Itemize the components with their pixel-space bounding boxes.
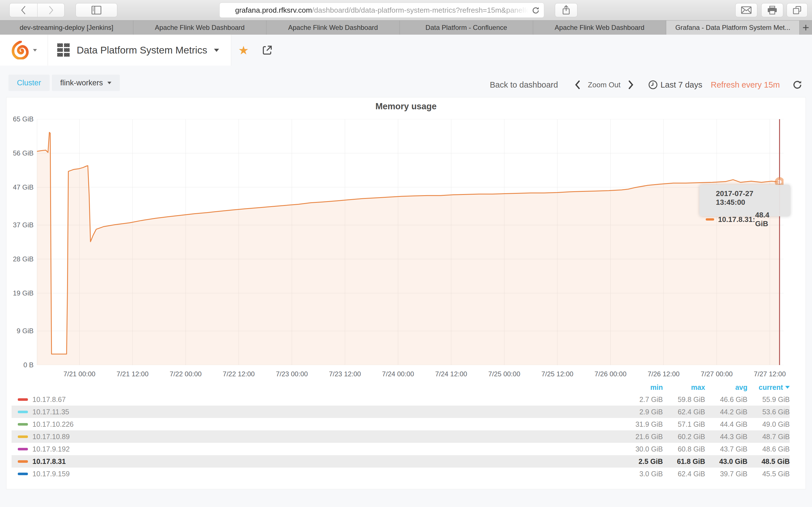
browser-tab[interactable]: dev-streaming-deploy [Jenkins] — [0, 20, 133, 35]
series-name[interactable]: 10.17.10.226 — [33, 420, 73, 429]
variable-value-dropdown[interactable]: flink-workers — [52, 75, 120, 91]
chart-plot-area[interactable] — [37, 119, 783, 365]
x-tick-label: 7/25 12:00 — [535, 370, 580, 378]
refresh-interval-label[interactable]: Refresh every 15m — [711, 80, 780, 90]
x-tick-label: 7/23 00:00 — [269, 370, 314, 378]
reload-button[interactable] — [531, 6, 540, 15]
tab-overview-button[interactable] — [786, 3, 808, 17]
tab-bar: dev-streaming-deploy [Jenkins]Apache Fli… — [0, 20, 812, 35]
series-name[interactable]: 10.17.9.192 — [33, 445, 70, 453]
x-tick-label: 7/21 12:00 — [110, 370, 155, 378]
browser-tab[interactable]: Apache Flink Web Dashboard — [533, 20, 666, 35]
browser-tab[interactable]: Data Platform - Confluence — [400, 20, 533, 35]
series-color-swatch-icon[interactable] — [18, 473, 28, 475]
browser-share-button[interactable] — [555, 3, 577, 17]
series-name[interactable]: 10.17.11.35 — [33, 408, 69, 416]
browser-tab[interactable]: Grafana - Data Platform System Met... — [666, 20, 800, 35]
time-range-picker[interactable]: Last 7 days — [648, 80, 702, 90]
x-tick-label: 7/27 12:00 — [747, 370, 792, 378]
browser-toolbar: grafana.prod.rfksrv.com/dashboard/db/dat… — [0, 0, 812, 20]
browser-tab[interactable]: Apache Flink Web Dashboard — [266, 20, 400, 35]
legend-column-header[interactable]: current — [748, 383, 790, 392]
series-color-swatch-icon[interactable] — [18, 448, 28, 450]
series-color-swatch-icon[interactable] — [18, 398, 28, 401]
tooltip-timestamp: 2017-07-27 13:45:00 — [706, 189, 784, 207]
time-shift-right-button[interactable] — [623, 76, 639, 93]
legend-row[interactable]: 10.17.9.19230.0 GiB60.8 GiB43.7 GiB48.6 … — [11, 443, 790, 455]
star-dashboard-button[interactable]: ★ — [231, 35, 256, 66]
legend-value-current: 53.6 GiB — [748, 408, 790, 416]
series-name[interactable]: 10.17.8.31 — [33, 457, 66, 466]
time-shift-left-button[interactable] — [570, 76, 585, 93]
sort-caret-icon — [785, 386, 790, 389]
browser-tab[interactable]: Apache Flink Web Dashboard — [133, 20, 267, 35]
legend-column-header[interactable]: max — [663, 383, 705, 392]
legend-value-max: 62.4 GiB — [663, 408, 705, 416]
legend-value-min: 2.9 GiB — [620, 408, 663, 416]
y-tick-label: 56 GiB — [6, 149, 34, 157]
legend-row[interactable]: 10.17.8.312.5 GiB61.8 GiB43.0 GiB48.5 Gi… — [11, 455, 790, 467]
panel-title[interactable]: Memory usage — [6, 101, 806, 112]
variable-label-cluster: Cluster — [8, 75, 50, 91]
legend-value-avg: 43.7 GiB — [705, 445, 748, 453]
series-name[interactable]: 10.17.8.67 — [33, 395, 66, 404]
legend-value-current: 55.9 GiB — [748, 395, 790, 404]
caret-down-icon — [214, 49, 219, 52]
legend-value-avg: 43.0 GiB — [705, 457, 748, 466]
legend-row[interactable]: 10.17.11.352.9 GiB62.4 GiB44.2 GiB53.6 G… — [11, 406, 790, 418]
x-tick-label: 7/27 00:00 — [694, 370, 739, 378]
y-tick-label: 65 GiB — [6, 115, 34, 123]
share-dashboard-button[interactable] — [256, 35, 278, 66]
y-tick-label: 19 GiB — [6, 289, 34, 297]
caret-down-icon — [107, 82, 111, 84]
dashboard-title-dropdown[interactable]: Data Platform System Metrics — [48, 35, 231, 66]
series-name[interactable]: 10.17.9.159 — [33, 470, 70, 478]
legend-value-current: 45.5 GiB — [748, 470, 790, 478]
series-color-swatch-icon[interactable] — [18, 423, 28, 426]
print-button[interactable] — [761, 3, 783, 17]
legend-row[interactable]: 10.17.8.672.7 GiB59.8 GiB46.6 GiB55.9 Gi… — [11, 393, 790, 406]
legend-column-header[interactable]: avg — [705, 383, 748, 392]
legend-row[interactable]: 10.17.9.1593.0 GiB62.4 GiB39.7 GiB45.5 G… — [11, 467, 790, 480]
url-bar[interactable]: grafana.prod.rfksrv.com/dashboard/db/dat… — [219, 3, 544, 18]
forward-button[interactable] — [38, 3, 64, 17]
legend-value-max: 60.8 GiB — [663, 445, 705, 453]
x-tick-label: 7/24 12:00 — [428, 370, 474, 378]
legend-header-row: minmaxavgcurrent — [11, 381, 790, 393]
time-range-label: Last 7 days — [661, 80, 702, 90]
refresh-button[interactable] — [792, 80, 802, 90]
hover-point — [776, 179, 783, 185]
grafana-menu-button[interactable] — [0, 35, 48, 66]
series-color-swatch-icon[interactable] — [18, 436, 28, 438]
url-path: /dashboard/db/data-platform-system-metri… — [312, 6, 528, 14]
series-color-swatch-icon[interactable] — [18, 460, 28, 463]
legend-value-min: 21.6 GiB — [620, 433, 663, 441]
legend-value-current: 48.6 GiB — [748, 445, 790, 453]
back-button[interactable] — [9, 3, 38, 17]
legend-value-max: 61.8 GiB — [663, 457, 705, 466]
mail-button[interactable] — [735, 3, 757, 17]
legend-value-max: 60.2 GiB — [663, 433, 705, 441]
series-color-swatch-icon[interactable] — [18, 411, 28, 413]
tooltip-series-name: 10.17.8.31: — [718, 215, 755, 224]
back-to-dashboard-link[interactable]: Back to dashboard — [490, 80, 558, 90]
legend-value-min: 31.9 GiB — [620, 420, 663, 429]
sidebar-button[interactable] — [75, 3, 117, 17]
screen: grafana.prod.rfksrv.com/dashboard/db/dat… — [0, 0, 812, 507]
legend-row[interactable]: 10.17.10.8921.6 GiB60.2 GiB44.3 GiB48.7 … — [11, 431, 790, 443]
legend-column-header[interactable]: min — [620, 383, 663, 392]
memory-usage-chart — [37, 119, 783, 365]
legend-value-min: 2.7 GiB — [620, 395, 663, 404]
nav-right-controls: Back to dashboard Zoom Out Last 7 days R… — [490, 69, 802, 100]
series-name[interactable]: 10.17.10.89 — [33, 433, 70, 441]
x-tick-label: 7/23 12:00 — [322, 370, 367, 378]
legend-value-avg: 39.7 GiB — [705, 470, 748, 478]
legend-value-max: 57.1 GiB — [663, 420, 705, 429]
y-tick-label: 28 GiB — [6, 255, 34, 263]
grafana-navbar: Data Platform System Metrics ★ Back to d… — [0, 35, 812, 66]
star-icon: ★ — [238, 43, 249, 57]
new-tab-button[interactable] — [800, 20, 812, 35]
zoom-out-button[interactable]: Zoom Out — [588, 80, 620, 89]
legend-row[interactable]: 10.17.10.22631.9 GiB57.1 GiB44.4 GiB49.0… — [11, 418, 790, 431]
legend-value-current: 48.5 GiB — [748, 457, 790, 466]
